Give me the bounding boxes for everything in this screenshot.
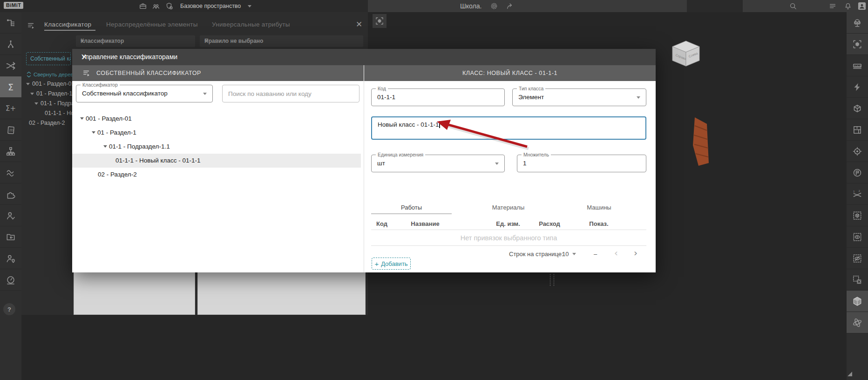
dimension-icon[interactable]: 1 2 (847, 183, 868, 205)
show-icon[interactable] (847, 226, 868, 248)
tree-row[interactable]: 01 - Раздел-1 (72, 126, 361, 140)
tree-row[interactable]: 01-1 - Подраздел-1.1 (72, 140, 361, 154)
previous-page-icon[interactable]: ‹ (614, 248, 618, 258)
collapse-tree-label[interactable]: Свернуть дерево (34, 72, 76, 77)
tab-works[interactable]: Работы (371, 204, 452, 211)
tree-icon[interactable] (847, 12, 868, 34)
resize-handle[interactable] (848, 372, 852, 376)
tree-item[interactable]: 001 - Раздел-01 (32, 81, 75, 87)
branch-icon[interactable] (0, 34, 21, 55)
project-title: Школа. (460, 2, 481, 10)
sheet-2d-icon[interactable]: 2D (0, 119, 21, 141)
dialog-title-bar: Управление классификаторами ✕ (72, 49, 656, 65)
active-tab-underline (371, 213, 452, 214)
notifications-icon[interactable] (844, 2, 852, 10)
tree-menu-icon[interactable] (82, 69, 91, 77)
column-header: Расход (539, 220, 560, 227)
search-input[interactable] (222, 85, 359, 102)
sigma-icon[interactable]: Σ (0, 76, 21, 98)
viewport-select-tool[interactable] (373, 14, 387, 28)
list-icon[interactable] (828, 2, 837, 10)
tab-unassigned[interactable]: Нераспределённые элементы (106, 21, 198, 28)
background-table-panel (197, 271, 366, 315)
table-rule (371, 245, 646, 246)
shuffle-icon[interactable] (0, 55, 21, 76)
solid-cube-icon[interactable] (847, 291, 868, 312)
panel-menu-icon[interactable] (27, 21, 35, 30)
share-icon[interactable] (506, 2, 514, 10)
target-icon[interactable] (847, 141, 868, 162)
table-rule (371, 230, 646, 230)
flag-circle-icon[interactable] (847, 162, 868, 183)
chevron-down-icon (495, 163, 499, 165)
add-binding-button[interactable]: + Добавить (372, 258, 411, 270)
trend-icon[interactable] (0, 162, 21, 183)
classifier-filter-select[interactable]: Классификатор (76, 35, 195, 47)
class-name-field[interactable]: Новый класс - 01-1-1 (371, 116, 646, 140)
model-guide-line (554, 274, 554, 286)
tab-classifier[interactable]: Классификатор (44, 21, 91, 28)
column-header: Код (376, 220, 387, 227)
topbar-section (368, 0, 687, 12)
tree-row[interactable]: 001 - Раздел-01 (72, 112, 361, 126)
chevron-down-icon (637, 96, 640, 99)
code-field[interactable]: Код 01-1-1 (371, 88, 505, 106)
tree-row[interactable]: 02 - Раздел-2 (72, 168, 361, 182)
next-page-icon[interactable]: › (634, 248, 637, 258)
team-icon[interactable] (152, 2, 160, 10)
search-icon[interactable] (789, 2, 797, 10)
tree-item[interactable]: 01 - Раздел-1 (36, 90, 72, 97)
tree-row-selected[interactable]: 01-1-1 - Новый класс - 01-1-1 (72, 154, 361, 168)
gear-icon[interactable] (490, 2, 498, 10)
gauge-icon[interactable] (0, 269, 21, 291)
person-pin-icon[interactable] (0, 248, 21, 269)
person-check-icon[interactable] (0, 205, 21, 226)
chevron-down-icon[interactable] (248, 5, 251, 7)
clear-selection-icon[interactable] (847, 269, 868, 291)
svg-text:1: 1 (853, 190, 854, 193)
briefcase-icon[interactable] (139, 2, 147, 10)
tree-item[interactable]: 02 - Раздел-2 (29, 120, 65, 126)
help-button[interactable]: ? (3, 303, 15, 315)
folder-import-icon[interactable] (0, 226, 21, 248)
view-cube[interactable]: Справа Слева (670, 39, 702, 67)
close-icon[interactable]: ✕ (356, 20, 362, 29)
ruler-icon[interactable] (847, 55, 868, 76)
right-toolbar: 1 2 (847, 12, 868, 380)
classifier-select[interactable]: Классификатор Собственный классификатор (76, 85, 213, 102)
classifier-chip[interactable]: Собственный кл (26, 52, 71, 65)
left-section-header: СОБСТВЕННЫЙ КЛАССИФИКАТОР (72, 65, 364, 81)
chevron-down-icon (203, 93, 207, 95)
frame-hexagon-icon[interactable] (847, 34, 868, 55)
right-section-header: КЛАСС: НОВЫЙ КЛАСС - 01-1-1 (364, 65, 656, 81)
org-chart-icon[interactable] (0, 141, 21, 162)
page-range: – (594, 251, 597, 258)
section-flash-icon[interactable] (847, 76, 868, 98)
rows-per-page-select[interactable]: 10 (562, 251, 569, 258)
unit-select[interactable]: Единица измерения шт (371, 155, 505, 172)
model-guide-line (550, 274, 550, 286)
floor-plan-icon[interactable] (847, 119, 868, 141)
cube-section-icon[interactable] (847, 98, 868, 119)
collapse-tree-icon[interactable] (26, 71, 32, 78)
tab-machines[interactable]: Машины (559, 204, 639, 211)
workspace-selector[interactable]: Базовое пространство (180, 3, 241, 9)
panel-divider (364, 81, 364, 272)
puzzle-icon[interactable] (0, 183, 21, 205)
shield-badge-icon[interactable] (165, 2, 173, 10)
class-type-select[interactable]: Тип класса Элемент (512, 88, 646, 106)
column-header: Ед. изм. (496, 220, 520, 227)
close-icon[interactable]: ✕ (81, 53, 649, 61)
hierarchy-icon[interactable] (0, 12, 21, 34)
tab-attributes[interactable]: Универсальные атрибуты (212, 21, 290, 28)
rule-filter-select[interactable]: Правило не выбрано (200, 35, 363, 47)
ghost-cube-icon[interactable] (847, 205, 868, 226)
account-icon[interactable] (858, 2, 866, 10)
sigma-plus-icon[interactable]: Σ+ (0, 98, 21, 119)
multiplier-field[interactable]: Множитель 1 (517, 155, 646, 172)
tab-materials[interactable]: Материалы (468, 204, 549, 211)
column-header: Показ. (589, 220, 608, 227)
hide-icon[interactable] (847, 248, 868, 269)
orbit-icon[interactable] (847, 312, 868, 333)
chevron-down-icon[interactable] (572, 253, 576, 255)
